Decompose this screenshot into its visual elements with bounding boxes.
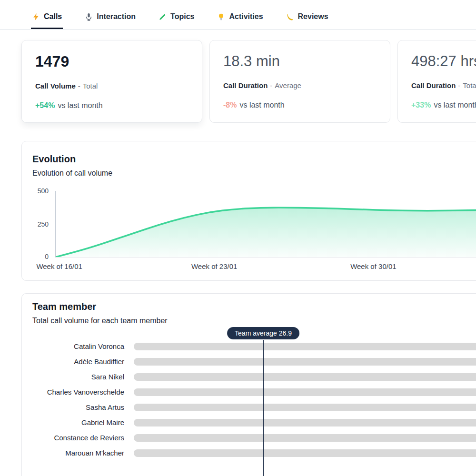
member-bar (134, 358, 476, 366)
x-tick-label: Week of 16/01 (36, 262, 82, 270)
stat-delta: +33% vs last month (411, 101, 476, 109)
lightbulb-icon (217, 13, 225, 21)
stat-card-call-duration-total: 498:27 hrs Call Duration - Total +33% vs… (397, 40, 476, 123)
table-row: Sasha Artus (30, 403, 476, 411)
x-tick-label: Week of 23/01 (191, 262, 237, 270)
metric-separator: - (78, 82, 80, 90)
tab-label: Topics (170, 12, 194, 21)
member-bar (134, 404, 476, 411)
team-average-marker-line (263, 340, 264, 476)
tab-activities[interactable]: Activities (216, 0, 264, 29)
tab-label: Activities (229, 12, 263, 21)
team-member-card: Team member Total call volume for each t… (21, 293, 476, 476)
team-bar-chart: Catalin Voronca Adèle Baudiffier Sara Ni… (30, 342, 476, 457)
delta-note: vs last month (239, 101, 284, 109)
metric-separator: - (270, 81, 272, 89)
member-bar (134, 388, 476, 396)
evolution-subtitle: Evolution of call volume (22, 169, 476, 178)
metric-name: Call Duration (223, 81, 268, 89)
evolution-plot-area (55, 191, 476, 258)
lightning-icon (32, 13, 40, 21)
stat-metric: Call Duration - Average (223, 81, 377, 89)
delta-value: +54% (35, 101, 55, 110)
stat-card-call-duration-average: 18.3 min Call Duration - Average -8% vs … (209, 40, 390, 123)
metric-name: Call Duration (411, 81, 456, 89)
member-name: Sasha Artus (30, 403, 124, 411)
delta-value: +33% (411, 101, 431, 109)
metric-qualifier: Total (83, 82, 98, 90)
evolution-chart-svg (56, 191, 476, 257)
stat-value: 18.3 min (223, 53, 377, 70)
table-row: Adèle Baudiffier (30, 357, 476, 366)
member-bar (134, 434, 476, 442)
table-row: Sara Nikel (30, 373, 476, 381)
y-tick-label: 500 (22, 187, 49, 195)
member-name: Marouan M'kacher (30, 449, 124, 457)
tab-label: Interaction (97, 12, 136, 21)
x-axis-labels: Week of 16/01 Week of 23/01 Week of 30/0… (55, 258, 476, 271)
metric-name: Call Volume (35, 82, 76, 90)
evolution-title: Evolution (22, 154, 476, 165)
member-bar (134, 373, 476, 381)
banana-icon (286, 13, 294, 21)
team-subtitle: Total call volume for each team member (30, 317, 476, 325)
stat-delta: +54% vs last month (35, 101, 188, 110)
evolution-card: Evolution Evolution of call volume 500 2… (21, 141, 476, 281)
y-tick-label: 250 (22, 220, 49, 228)
y-tick-label: 0 (22, 253, 49, 260)
table-row: Marouan M'kacher (30, 449, 476, 457)
tab-bar: Calls Interaction Topics Activities Revi… (0, 0, 476, 30)
evolution-area (56, 208, 476, 257)
member-bar (134, 419, 476, 426)
member-name: Constance de Reviers (30, 434, 124, 442)
stat-value: 498:27 hrs (411, 53, 476, 70)
member-bar (134, 343, 476, 350)
team-average-tooltip: Team average 26.9 (227, 327, 299, 339)
stat-metric: Call Duration - Total (411, 81, 476, 89)
stat-metric: Call Volume - Total (35, 82, 188, 90)
tab-label: Calls (44, 12, 62, 21)
pen-icon (159, 13, 167, 21)
member-name: Catalin Voronca (30, 342, 124, 350)
tab-calls[interactable]: Calls (31, 0, 63, 29)
tab-label: Reviews (298, 12, 328, 21)
stat-card-row: 1479 Call Volume - Total +54% vs last mo… (21, 40, 476, 123)
stat-card-call-volume: 1479 Call Volume - Total +54% vs last mo… (21, 40, 202, 123)
metric-qualifier: Average (275, 81, 301, 89)
x-tick-label: Week of 30/01 (350, 262, 396, 270)
tab-reviews[interactable]: Reviews (285, 0, 329, 29)
table-row: Charles Vanoverschelde (30, 388, 476, 396)
member-name: Charles Vanoverschelde (30, 388, 124, 396)
metric-qualifier: Total (463, 81, 476, 89)
member-name: Sara Nikel (30, 373, 124, 381)
table-row: Catalin Voronca (30, 342, 476, 350)
tab-topics[interactable]: Topics (158, 0, 195, 29)
table-row: Gabriel Maire (30, 418, 476, 426)
member-name: Adèle Baudiffier (30, 357, 124, 366)
delta-note: vs last month (434, 101, 476, 109)
stat-value: 1479 (35, 53, 188, 70)
evolution-chart: 500 250 0 (22, 191, 476, 258)
metric-separator: - (458, 81, 460, 89)
team-title: Team member (30, 301, 476, 312)
member-bar (134, 449, 476, 457)
microphone-icon (85, 13, 93, 21)
delta-note: vs last month (58, 101, 102, 110)
delta-value: -8% (223, 101, 237, 109)
member-name: Gabriel Maire (30, 418, 124, 426)
table-row: Constance de Reviers (30, 434, 476, 442)
stat-delta: -8% vs last month (223, 101, 377, 109)
tab-interaction[interactable]: Interaction (84, 0, 137, 29)
